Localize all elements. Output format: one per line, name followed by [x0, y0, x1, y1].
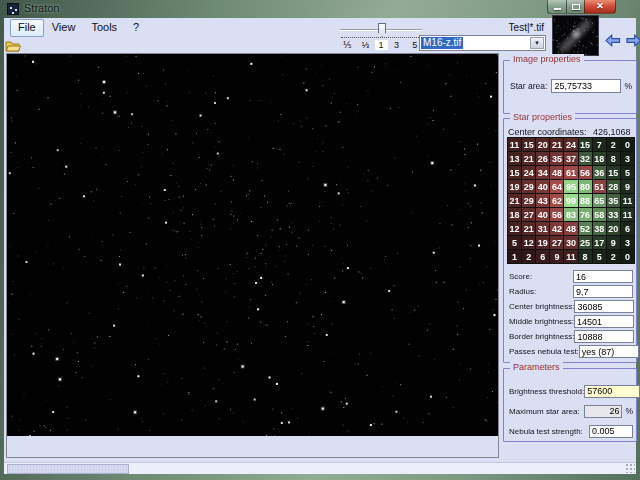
grid-cell: 99 — [564, 194, 577, 207]
grid-cell: 56 — [579, 166, 592, 179]
grid-cell: 35 — [607, 194, 620, 207]
file-dropdown-value[interactable]: M16-z.tif — [421, 37, 463, 49]
maximum-star-area-field[interactable] — [584, 405, 622, 418]
grid-cell: 38 — [593, 222, 606, 235]
grid-cell: 62 — [550, 194, 563, 207]
app-window: Straton ✕ FileViewTools? ⅕⅓135 Test|*.ti… — [0, 0, 640, 480]
prev-image-button[interactable] — [605, 34, 621, 47]
grid-cell: 31 — [536, 222, 549, 235]
close-button[interactable]: ✕ — [584, 0, 616, 14]
grid-cell: 95 — [564, 180, 577, 193]
zoom-slider[interactable]: ⅕⅓135 — [338, 21, 424, 51]
grid-cell: 6 — [621, 222, 634, 235]
radius-label: Radius: — [509, 287, 573, 296]
zoom-level-label[interactable]: 3 — [388, 40, 406, 50]
grid-cell: 5 — [593, 250, 606, 263]
grid-cell: 61 — [564, 166, 577, 179]
open-folder-icon — [5, 39, 21, 52]
menu-item-view[interactable]: View — [44, 19, 84, 37]
grid-cell: 37 — [564, 152, 577, 165]
grid-cell: 24 — [564, 138, 577, 151]
grid-cell: 32 — [579, 152, 592, 165]
close-icon: ✕ — [596, 2, 604, 11]
panel-title: Star properties — [510, 112, 575, 122]
grid-cell: 1 — [508, 250, 521, 263]
grid-cell: 21 — [522, 152, 535, 165]
nebula-test-strength-field[interactable] — [589, 425, 633, 438]
grid-cell: 3 — [621, 152, 634, 165]
brightness-threshold-field[interactable] — [584, 385, 640, 398]
score-field[interactable] — [573, 270, 633, 283]
next-image-button[interactable] — [626, 34, 640, 47]
image-viewport[interactable] — [6, 53, 499, 458]
grid-cell: 56 — [550, 208, 563, 221]
grid-cell: 36 — [593, 166, 606, 179]
grid-cell: 30 — [564, 236, 577, 249]
grid-cell: 21 — [508, 194, 521, 207]
star-area-label: Star area: — [510, 81, 551, 91]
radius-field[interactable] — [573, 285, 633, 298]
title-bar[interactable]: Straton ✕ — [0, 0, 640, 18]
grid-cell: 8 — [607, 152, 620, 165]
open-file-button[interactable] — [5, 38, 21, 51]
grid-cell: 18 — [508, 208, 521, 221]
star-area-field[interactable] — [551, 79, 621, 93]
grid-cell: 65 — [593, 194, 606, 207]
slider-labels: ⅕⅓135 — [338, 40, 424, 50]
grid-cell: 20 — [607, 222, 620, 235]
grid-cell: 21 — [522, 222, 535, 235]
resize-grip[interactable] — [625, 463, 635, 473]
minimize-button[interactable] — [547, 0, 566, 14]
grid-cell: 27 — [522, 208, 535, 221]
grid-cell: 0 — [621, 250, 634, 263]
grid-cell: 11 — [508, 138, 521, 151]
grid-cell: 51 — [593, 180, 606, 193]
middle-brightness-label: Middle brightness: — [509, 317, 574, 326]
menu-item-help[interactable]: ? — [125, 19, 147, 37]
maximize-button[interactable] — [566, 0, 584, 14]
grid-cell: 2 — [607, 250, 620, 263]
grid-cell: 12 — [508, 222, 521, 235]
slider-ticks — [341, 37, 421, 38]
grid-cell: 48 — [564, 222, 577, 235]
zoom-level-label[interactable]: ⅓ — [356, 40, 374, 50]
brightness-threshold-label: Brightness threshold: — [509, 387, 584, 396]
file-dropdown[interactable]: M16-z.tif ▼ — [419, 35, 546, 51]
grid-cell: 42 — [550, 222, 563, 235]
grid-cell: 43 — [536, 194, 549, 207]
slider-thumb[interactable] — [378, 23, 386, 37]
grid-cell: 27 — [550, 236, 563, 249]
menu-item-tools[interactable]: Tools — [83, 19, 125, 37]
menu-item-file[interactable]: File — [10, 19, 44, 37]
parameters-panel: Parameters Brightness threshold:Maximum … — [503, 368, 637, 442]
zoom-level-label[interactable]: ⅕ — [338, 40, 356, 50]
grid-cell: 5 — [508, 236, 521, 249]
horizontal-scrollbar[interactable] — [4, 462, 636, 474]
grid-cell: 48 — [550, 166, 563, 179]
grid-cell: 21 — [550, 138, 563, 151]
border-brightness-field[interactable] — [574, 330, 634, 343]
grid-cell: 26 — [536, 152, 549, 165]
center-brightness-label: Center brightness: — [509, 302, 574, 311]
passes-nebula-test-field[interactable] — [579, 345, 639, 358]
panel-title: Image properties — [510, 54, 584, 64]
grid-cell: 52 — [579, 222, 592, 235]
grid-cell: 29 — [522, 194, 535, 207]
grid-cell: 34 — [536, 166, 549, 179]
grid-cell: 25 — [579, 236, 592, 249]
grid-cell: 0 — [621, 138, 634, 151]
star-pixel-grid: 1115202124157201321263537321883152434486… — [507, 137, 635, 264]
panel-title: Parameters — [510, 362, 563, 372]
scrollbar-thumb[interactable] — [7, 464, 129, 474]
passes-nebula-test-label: Passes nebula test: — [509, 347, 579, 356]
grid-cell: 19 — [508, 180, 521, 193]
maximum-star-area-unit: % — [625, 406, 633, 416]
border-brightness-label: Border brightness: — [509, 332, 574, 341]
center-brightness-field[interactable] — [574, 300, 634, 313]
zoom-level-label[interactable]: 1 — [375, 40, 388, 50]
middle-brightness-field[interactable] — [574, 315, 634, 328]
chevron-down-icon[interactable]: ▼ — [530, 37, 544, 49]
preview-thumbnail — [552, 15, 599, 56]
starfield-image[interactable] — [7, 54, 498, 436]
center-coordinates: Center coordinates: 426,1068 — [508, 127, 631, 137]
